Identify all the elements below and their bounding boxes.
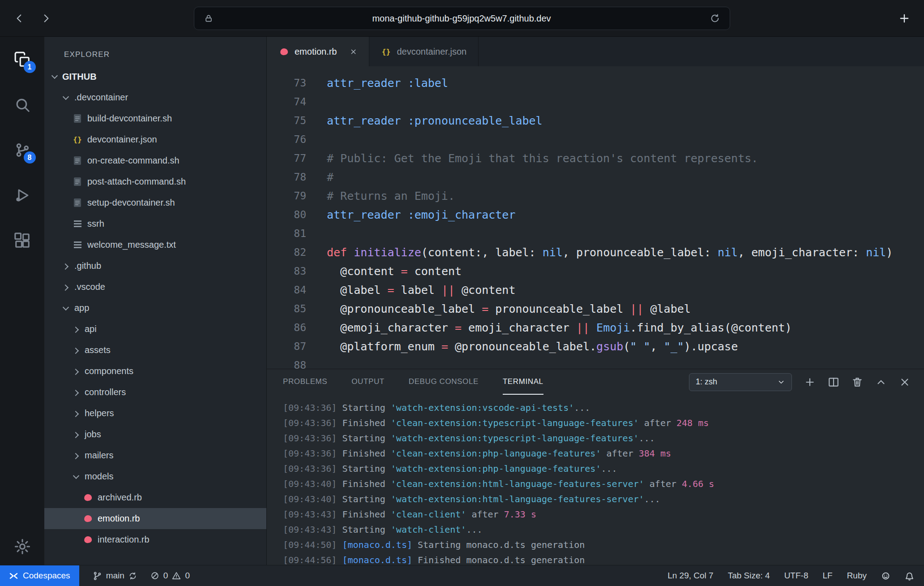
status-bar: Codespaces main 0 0 Ln 29, Col 7 Tab Siz… (0, 565, 924, 586)
terminal-output[interactable]: [09:43:36] Starting 'watch-extension:vsc… (267, 395, 924, 565)
code-line: 80attr_reader :emoji_character (267, 205, 924, 224)
terminal-line: [09:43:36] Starting 'watch-extension:php… (283, 461, 924, 476)
problems-indicator[interactable]: 0 0 (150, 571, 190, 581)
tree-file-ssrh[interactable]: ssrh (44, 213, 266, 234)
tab-devcontainer-json[interactable]: devcontainer.json (369, 37, 479, 66)
terminal-token: 'watch-extension:php-language-features' (391, 463, 601, 474)
tree-file-on-create-command.sh[interactable]: on-create-command.sh (44, 150, 266, 171)
tree-file-build-devcontainer.sh[interactable]: build-devcontainer.sh (44, 108, 266, 129)
cursor-position[interactable]: Ln 29, Col 7 (667, 571, 713, 581)
maximize-panel-button[interactable] (875, 376, 887, 388)
terminal-token: [09:43:36] (283, 433, 342, 444)
search-activity-button[interactable] (12, 95, 33, 115)
settings-gear-button[interactable] (12, 536, 33, 557)
codespaces-remote-button[interactable]: Codespaces (0, 565, 79, 586)
terminal-token: 'clean-client' (391, 509, 466, 520)
tree-file-setup-devcontainer.sh[interactable]: setup-devcontainer.sh (44, 192, 266, 213)
file-file-icon (72, 198, 83, 208)
tree-folder-api[interactable]: api (44, 319, 266, 340)
tab-emotion-rb[interactable]: emotion.rb (267, 37, 369, 66)
terminal-token: 'clean-extension:html-language-features-… (391, 478, 644, 489)
sync-icon (128, 572, 137, 580)
line-number: 77 (267, 152, 306, 164)
close-icon[interactable] (350, 48, 357, 56)
kill-terminal-button[interactable] (851, 376, 863, 388)
source-control-activity-button[interactable]: 8 (12, 140, 33, 160)
tab-terminal[interactable]: TERMINAL (503, 369, 543, 395)
terminal-instance-select[interactable]: 1: zsh (689, 373, 792, 391)
code-token (401, 114, 408, 127)
run-debug-activity-button[interactable] (12, 185, 33, 206)
new-tab-button[interactable] (898, 12, 911, 25)
explorer-activity-button[interactable]: 1 (12, 49, 33, 70)
code-token: ).upcase (684, 340, 738, 353)
line-number: 82 (267, 246, 306, 258)
code-token: @content (327, 265, 401, 278)
eol-indicator[interactable]: LF (822, 571, 832, 581)
tree-file-welcome_message.txt[interactable]: welcome_message.txt (44, 234, 266, 255)
close-panel-button[interactable] (899, 376, 911, 388)
tree-file-interaction.rb[interactable]: interaction.rb (44, 529, 266, 550)
line-number: 88 (267, 359, 306, 369)
tab-output[interactable]: OUTPUT (351, 369, 384, 395)
code-line: 88 (267, 356, 924, 369)
tree-file-post-attach-command.sh[interactable]: post-attach-command.sh (44, 171, 266, 192)
tree-folder-controllers[interactable]: controllers (44, 382, 266, 403)
code-text: @content = content (306, 265, 462, 278)
tree-file-emotion.rb[interactable]: emotion.rb (44, 508, 266, 529)
tree-file-devcontainer.json[interactable]: devcontainer.json (44, 129, 266, 150)
encoding[interactable]: UTF-8 (784, 571, 808, 581)
notifications-bell-icon[interactable] (905, 571, 914, 581)
ruby-file-icon (82, 534, 93, 545)
tree-root-github[interactable]: GITHUB (44, 66, 266, 87)
terminal-token: Starting (342, 494, 390, 504)
code-token: emoji_character (462, 321, 576, 334)
terminal-token: [monaco.d.ts] (342, 555, 418, 565)
terminal-token: 'watch-extension:typescript-language-fea… (391, 433, 639, 444)
tree-folder-.github[interactable]: .github (44, 255, 266, 276)
panel-tab-bar: PROBLEMS OUTPUT DEBUG CONSOLE TERMINAL 1… (267, 369, 924, 395)
terminal-token: 'clean-extension:typescript-language-fea… (391, 418, 639, 428)
indentation[interactable]: Tab Size: 4 (728, 571, 770, 581)
line-number: 75 (267, 115, 306, 126)
line-number: 85 (267, 303, 306, 315)
branch-indicator[interactable]: main (93, 571, 137, 581)
tree-folder-helpers[interactable]: helpers (44, 403, 266, 424)
tree-item-label: devcontainer.json (87, 134, 157, 145)
tab-problems[interactable]: PROBLEMS (283, 369, 327, 395)
tree-item-label: archived.rb (98, 492, 142, 503)
git-branch-icon (93, 571, 102, 581)
tree-folder-jobs[interactable]: jobs (44, 424, 266, 445)
editor-code[interactable]: 73attr_reader :label7475attr_reader :pro… (267, 66, 924, 369)
file-tree: .devcontainerbuild-devcontainer.shdevcon… (44, 87, 266, 565)
feedback-smiley-icon[interactable] (881, 571, 890, 581)
tree-folder-assets[interactable]: assets (44, 340, 266, 361)
tree-folder-.devcontainer[interactable]: .devcontainer (44, 87, 266, 108)
language-mode[interactable]: Ruby (847, 571, 867, 581)
refresh-icon[interactable] (710, 13, 720, 23)
sidebar-title: EXPLORER (44, 37, 266, 66)
code-line: 85 @pronounceable_label = pronounceable_… (267, 299, 924, 318)
code-token: :emoji_character (408, 208, 516, 221)
tree-file-archived.rb[interactable]: archived.rb (44, 487, 266, 508)
browser-forward-button[interactable] (40, 13, 52, 24)
tree-item-label: app (74, 303, 89, 313)
browser-back-button[interactable] (13, 13, 25, 24)
tree-folder-mailers[interactable]: mailers (44, 445, 266, 466)
chevron-right-icon (72, 367, 80, 375)
terminal-token: [09:43:36] (283, 402, 342, 413)
code-line: 76 (267, 130, 924, 149)
tab-debug-console[interactable]: DEBUG CONSOLE (409, 369, 479, 395)
code-line: 78# (267, 168, 924, 186)
tree-item-label: api (85, 324, 97, 334)
tree-folder-.vscode[interactable]: .vscode (44, 276, 266, 297)
extensions-activity-button[interactable] (12, 230, 33, 251)
tree-folder-components[interactable]: components (44, 361, 266, 382)
tree-folder-models[interactable]: models (44, 466, 266, 487)
tree-item-label: interaction.rb (98, 534, 150, 545)
tree-folder-app[interactable]: app (44, 297, 266, 319)
split-terminal-button[interactable] (828, 376, 839, 388)
tree-item-label: ssrh (87, 219, 104, 229)
new-terminal-button[interactable] (804, 376, 816, 388)
address-bar[interactable]: mona-github-github-g59jpq2w5w7.github.de… (194, 7, 730, 30)
